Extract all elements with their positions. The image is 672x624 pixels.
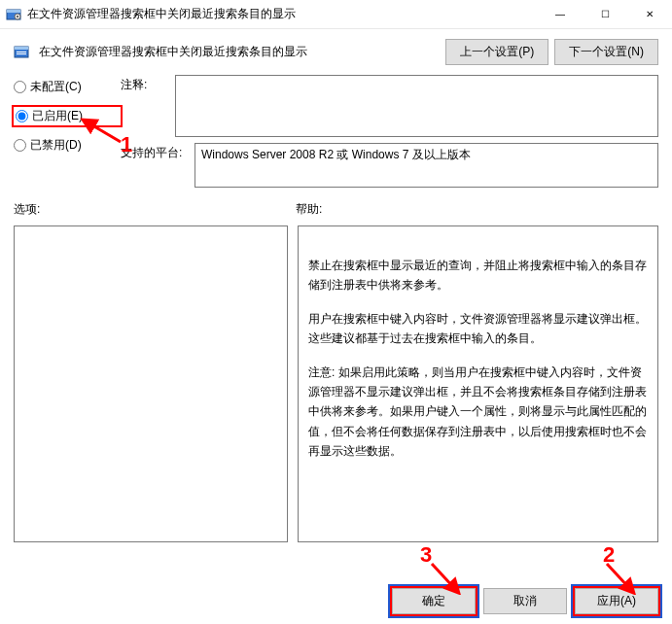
supported-label: 支持的平台: [121,143,189,161]
next-setting-button[interactable]: 下一个设置(N) [554,39,658,65]
help-paragraph: 注意: 如果启用此策略，则当用户在搜索框中键入内容时，文件资源管理器不显示建议弹… [308,363,648,462]
radio-not-configured-input[interactable] [14,81,26,93]
maximize-button[interactable]: ☐ [583,0,627,29]
comment-textarea[interactable] [175,75,658,137]
apply-button[interactable]: 应用(A) [575,588,658,614]
cancel-button[interactable]: 取消 [483,588,567,614]
svg-rect-3 [17,16,18,17]
titlebar: 在文件资源管理器搜索框中关闭最近搜索条目的显示 — ☐ ✕ [0,0,672,29]
help-label: 帮助: [296,201,322,218]
minimize-button[interactable]: — [538,0,583,29]
supported-on-textarea [195,143,658,188]
window-title: 在文件资源管理器搜索框中关闭最近搜索条目的显示 [27,6,296,22]
radio-enabled[interactable]: 已启用(E) [14,107,121,125]
dialog-footer: 确定 取消 应用(A) [392,588,658,614]
radio-not-configured-label: 未配置(C) [30,79,82,95]
radio-enabled-label: 已启用(E) [32,108,83,124]
radio-enabled-input[interactable] [16,110,28,122]
comment-label: 注释: [121,75,169,93]
ok-button[interactable]: 确定 [392,588,476,614]
policy-icon [14,44,31,61]
svg-rect-1 [7,10,20,13]
help-paragraph: 用户在搜索框中键入内容时，文件资源管理器将显示建议弹出框。 这些建议都基于过去在… [308,309,648,349]
radio-disabled-input[interactable] [14,139,26,152]
help-pane: 禁止在搜索框中显示最近的查询，并阻止将搜索框中输入的条目存储到注册表中供将来参考… [298,225,658,542]
panes-row: 禁止在搜索框中显示最近的查询，并阻止将搜索框中输入的条目存储到注册表中供将来参考… [0,222,672,542]
options-label: 选项: [14,201,296,218]
pane-labels: 选项: 帮助: [0,190,672,222]
annotation-number-2: 2 [603,542,615,568]
options-pane [14,225,288,542]
svg-rect-7 [17,53,26,54]
svg-line-9 [607,564,630,589]
radio-not-configured[interactable]: 未配置(C) [14,79,121,95]
config-row: 未配置(C) 已启用(E) 已禁用(D) 注释: 支持的平台: [0,73,672,190]
previous-setting-button[interactable]: 上一个设置(P) [445,39,548,65]
close-button[interactable]: ✕ [627,0,672,29]
annotation-number-3: 3 [420,542,432,568]
radio-disabled[interactable]: 已禁用(D) [14,137,121,154]
radio-disabled-label: 已禁用(D) [30,137,82,154]
policy-window-icon [6,7,21,22]
state-radio-group: 未配置(C) 已启用(E) 已禁用(D) [14,75,121,154]
policy-header: 在文件资源管理器搜索框中关闭最近搜索条目的显示 上一个设置(P) 下一个设置(N… [0,29,672,73]
svg-line-10 [432,564,455,589]
policy-title: 在文件资源管理器搜索框中关闭最近搜索条目的显示 [39,44,307,60]
svg-rect-6 [17,52,26,52]
help-paragraph: 禁止在搜索框中显示最近的查询，并阻止将搜索框中输入的条目存储到注册表中供将来参考… [308,256,648,295]
svg-rect-5 [15,47,28,50]
